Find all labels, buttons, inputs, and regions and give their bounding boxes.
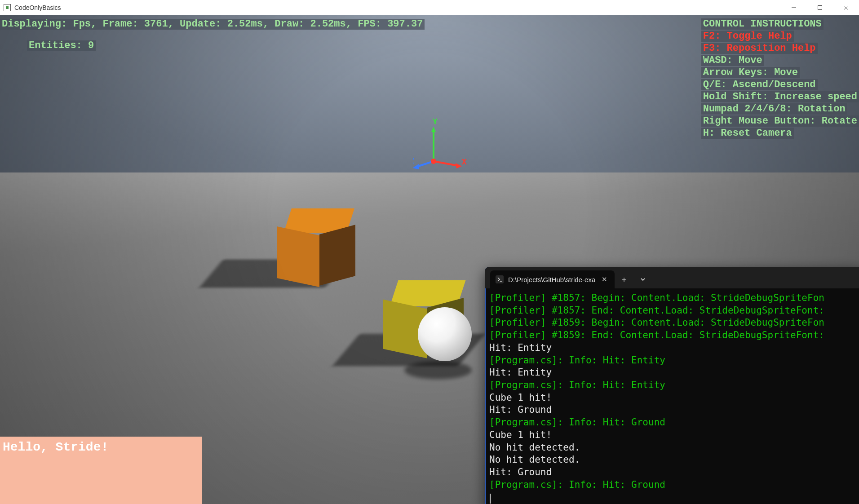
new-tab-button[interactable]: ＋ <box>615 270 633 288</box>
svg-text:Z: Z <box>413 157 415 166</box>
terminal-cursor <box>489 491 859 504</box>
terminal-line: Hit: Entity <box>489 367 859 379</box>
terminal-line: No hit detected. <box>489 454 859 466</box>
hello-panel: Hello, Stride! <box>0 437 202 504</box>
controls-arrows: Arrow Keys: Move <box>701 67 800 78</box>
svg-marker-8 <box>456 163 462 168</box>
hello-text: Hello, Stride! <box>3 440 199 454</box>
svg-point-13 <box>431 159 436 164</box>
terminal-tab-bar: D:\Projects\GitHub\stride-exa ✕ ＋ <box>485 267 859 288</box>
terminal-line: [Program.cs]: Info: Hit: Ground <box>489 479 859 491</box>
entities-count: Entities: 9 <box>27 40 96 51</box>
terminal-line: Hit: Ground <box>489 404 859 416</box>
svg-rect-1 <box>818 5 822 9</box>
svg-line-10 <box>416 161 434 167</box>
controls-help-panel: CONTROL INSTRUCTIONS F2: Toggle Help F3:… <box>701 18 859 139</box>
window-title: CodeOnlyBasics <box>14 4 61 11</box>
terminal-line: Cube 1 hit! <box>489 392 859 404</box>
terminal-line: No hit detected. <box>489 442 859 454</box>
svg-line-7 <box>434 161 458 166</box>
controls-rmb: Right Mouse Button: Rotate <box>701 115 859 127</box>
terminal-line: Hit: Ground <box>489 466 859 479</box>
svg-text:Y: Y <box>433 119 438 126</box>
terminal-line: [Program.cs]: Info: Hit: Entity <box>489 379 859 392</box>
terminal-tab-title: D:\Projects\GitHub\stride-exa <box>508 276 595 283</box>
close-button[interactable] <box>833 0 859 15</box>
terminal-window[interactable]: D:\Projects\GitHub\stride-exa ✕ ＋ [Profi… <box>485 267 859 504</box>
terminal-line: Hit: Entity <box>489 342 859 354</box>
terminal-line: [Profiler] #1857: End: Content.Load: Str… <box>489 305 859 317</box>
controls-qe: Q/E: Ascend/Descend <box>701 79 818 90</box>
controls-wasd: WASD: Move <box>701 55 764 66</box>
terminal-line: [Profiler] #1859: Begin: Content.Load: S… <box>489 317 859 329</box>
window-controls <box>781 0 859 15</box>
svg-marker-11 <box>413 164 419 169</box>
controls-title: CONTROL INSTRUCTIONS <box>701 18 824 30</box>
tab-close-button[interactable]: ✕ <box>600 274 609 284</box>
terminal-icon <box>496 275 504 283</box>
app-icon <box>4 4 11 11</box>
window-titlebar[interactable]: CodeOnlyBasics <box>0 0 859 15</box>
maximize-button[interactable] <box>807 0 833 15</box>
terminal-line: [Program.cs]: Info: Hit: Entity <box>489 354 859 367</box>
terminal-line: Cube 1 hit! <box>489 429 859 442</box>
terminal-tab[interactable]: D:\Projects\GitHub\stride-exa ✕ <box>490 270 615 288</box>
terminal-line: [Program.cs]: Info: Hit: Ground <box>489 416 859 429</box>
terminal-output[interactable]: [Profiler] #1857: Begin: Content.Load: S… <box>485 288 859 504</box>
controls-h: H: Reset Camera <box>701 128 794 139</box>
axis-gizmo: Y X Z <box>413 119 467 172</box>
svg-marker-5 <box>431 127 436 132</box>
controls-numpad: Numpad 2/4/6/8: Rotation <box>701 103 847 115</box>
controls-f2: F2: Toggle Help <box>701 31 794 42</box>
stats-overlay: Displaying: Fps, Frame: 3761, Update: 2.… <box>0 19 425 30</box>
tab-dropdown-button[interactable] <box>633 270 652 288</box>
minimize-button[interactable] <box>781 0 807 15</box>
controls-shift: Hold Shift: Increase speed <box>701 91 859 102</box>
terminal-line: [Profiler] #1857: Begin: Content.Load: S… <box>489 292 859 305</box>
game-viewport[interactable]: Y X Z Displaying: Fps, Frame: 3761, Upda… <box>0 15 859 504</box>
svg-text:X: X <box>462 158 467 167</box>
terminal-line: [Profiler] #1859: End: Content.Load: Str… <box>489 329 859 342</box>
controls-f3: F3: Reposition Help <box>701 43 818 54</box>
